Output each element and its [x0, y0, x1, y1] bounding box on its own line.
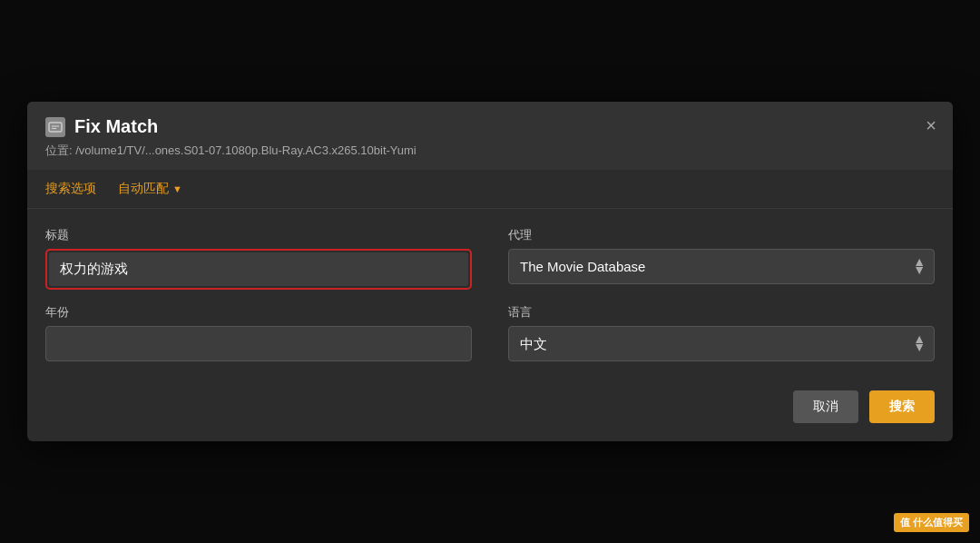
year-input[interactable] [45, 326, 472, 361]
title-field-highlight [45, 249, 472, 290]
agent-label: 代理 [508, 227, 935, 243]
dialog-tabs: 搜索选项 自动匹配 ▼ [27, 170, 953, 209]
close-button[interactable]: × [926, 116, 936, 134]
tab-auto-match-label: 自动匹配 [118, 181, 169, 197]
tab-search-options[interactable]: 搜索选项 [45, 170, 96, 208]
agent-field-group: 代理 The Movie Database TheTVDB Plex Movie… [508, 227, 935, 290]
title-field-group: 标题 [45, 227, 472, 290]
agent-select-wrapper: The Movie Database TheTVDB Plex Movie ▲ … [508, 249, 935, 284]
year-label: 年份 [45, 304, 472, 321]
fix-match-dialog: Fix Match 位置: /volume1/TV/...ones.S01-07… [27, 102, 953, 441]
language-select[interactable]: 中文 English 日本語 [508, 326, 935, 361]
title-label: 标题 [45, 227, 472, 243]
dialog-header: Fix Match 位置: /volume1/TV/...ones.S01-07… [27, 102, 953, 170]
search-button[interactable]: 搜索 [869, 390, 935, 423]
tab-auto-match[interactable]: 自动匹配 ▼ [118, 170, 182, 208]
dialog-body: 标题 代理 The Movie Database TheTVDB Plex Mo… [27, 209, 953, 380]
language-field-group: 语言 中文 English 日本語 ▲ ▼ [508, 304, 935, 361]
watermark: 值 什么值得买 [894, 513, 969, 532]
dialog-subtitle: 位置: /volume1/TV/...ones.S01-07.1080p.Blu… [45, 143, 935, 159]
agent-select[interactable]: The Movie Database TheTVDB Plex Movie [508, 249, 935, 284]
dialog-title-row: Fix Match [45, 116, 935, 137]
title-input[interactable] [49, 252, 468, 286]
dialog-icon [45, 117, 65, 137]
language-select-wrapper: 中文 English 日本語 ▲ ▼ [508, 326, 935, 361]
language-label: 语言 [508, 304, 935, 321]
cancel-button[interactable]: 取消 [793, 390, 858, 423]
dialog-title: Fix Match [74, 116, 158, 137]
year-field-group: 年份 [45, 304, 472, 361]
svg-rect-0 [49, 123, 62, 132]
tab-dropdown-arrow-icon: ▼ [172, 183, 182, 194]
dialog-footer: 取消 搜索 [27, 380, 953, 441]
